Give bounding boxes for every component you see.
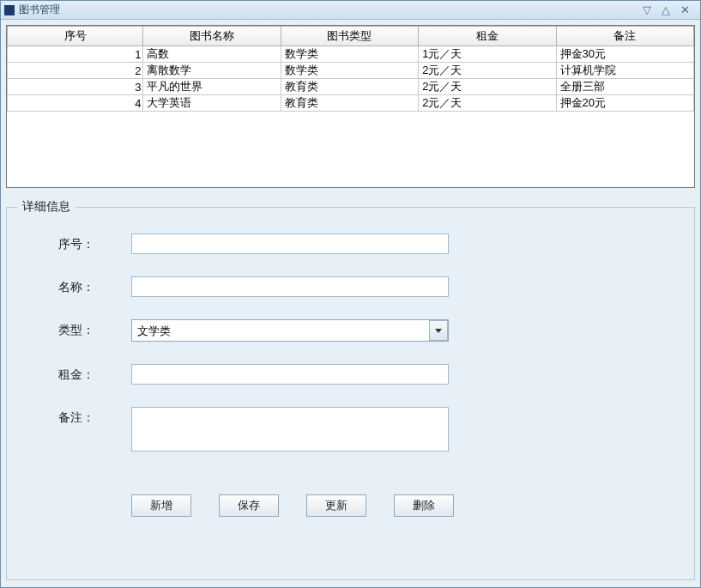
th-name[interactable]: 图书名称 xyxy=(143,27,281,46)
table-cell: 2 xyxy=(8,63,143,79)
label-type: 类型： xyxy=(58,319,131,338)
table-cell: 平凡的世界 xyxy=(143,79,281,95)
row-type: 类型： 文学类 xyxy=(58,319,668,342)
table-row[interactable]: 1高数数学类1元／天押金30元 xyxy=(8,46,694,63)
table-cell: 计算机学院 xyxy=(556,63,693,79)
update-button[interactable]: 更新 xyxy=(306,494,366,517)
add-button[interactable]: 新增 xyxy=(131,494,191,517)
select-type[interactable]: 文学类 xyxy=(131,319,449,342)
table-row[interactable]: 4大学英语教育类2元／天押金20元 xyxy=(8,95,694,112)
th-rent[interactable]: 租金 xyxy=(419,27,556,46)
close-icon[interactable]: ✕ xyxy=(680,4,690,15)
table-cell: 1元／天 xyxy=(419,46,556,63)
table-cell: 1 xyxy=(8,46,143,63)
th-id[interactable]: 序号 xyxy=(8,27,143,46)
table-cell: 教育类 xyxy=(281,79,418,95)
table-cell: 数学类 xyxy=(281,46,418,63)
table-cell: 大学英语 xyxy=(143,95,281,112)
button-row: 新增 保存 更新 删除 xyxy=(131,494,668,517)
table-cell: 教育类 xyxy=(281,95,418,112)
app-icon xyxy=(4,5,15,15)
table-header-row: 序号 图书名称 图书类型 租金 备注 xyxy=(8,27,694,46)
titlebar-controls: ▽ △ ✕ xyxy=(643,4,697,15)
input-name[interactable] xyxy=(131,276,449,297)
input-rent[interactable] xyxy=(131,364,449,385)
table-container: 序号 图书名称 图书类型 租金 备注 1高数数学类1元／天押金30元2离散数学数… xyxy=(6,25,695,188)
table-cell: 2元／天 xyxy=(419,79,556,95)
label-name: 名称： xyxy=(58,276,131,295)
table-row[interactable]: 2离散数学数学类2元／天计算机学院 xyxy=(8,63,694,79)
minimize-icon[interactable]: ▽ xyxy=(643,4,651,15)
save-button[interactable]: 保存 xyxy=(219,494,279,517)
row-rent: 租金： xyxy=(58,364,668,385)
table-cell: 押金30元 xyxy=(556,46,693,63)
input-note[interactable] xyxy=(131,407,449,452)
table-cell: 2元／天 xyxy=(419,63,556,79)
label-id: 序号： xyxy=(58,233,131,252)
titlebar: 图书管理 ▽ △ ✕ xyxy=(1,1,700,20)
table-cell: 4 xyxy=(8,95,143,112)
table-cell: 全册三部 xyxy=(556,79,693,95)
window-title: 图书管理 xyxy=(19,3,60,17)
table-cell: 押金20元 xyxy=(556,95,693,112)
details-panel: 详细信息 序号： 名称： 类型： 文学类 xyxy=(6,207,695,580)
table-cell: 2元／天 xyxy=(419,95,556,112)
table-cell: 数学类 xyxy=(281,63,418,79)
input-id[interactable] xyxy=(131,233,449,254)
row-id: 序号： xyxy=(58,233,668,254)
table-row[interactable]: 3平凡的世界教育类2元／天全册三部 xyxy=(8,79,694,95)
delete-button[interactable]: 删除 xyxy=(394,494,454,517)
content-area: 序号 图书名称 图书类型 租金 备注 1高数数学类1元／天押金30元2离散数学数… xyxy=(1,20,700,587)
maximize-icon[interactable]: △ xyxy=(662,4,670,15)
details-legend: 详细信息 xyxy=(17,199,76,215)
table-cell: 3 xyxy=(8,79,143,95)
select-type-wrap: 文学类 xyxy=(131,319,449,342)
titlebar-left: 图书管理 xyxy=(4,3,60,17)
label-note: 备注： xyxy=(58,407,131,426)
window-frame: 图书管理 ▽ △ ✕ 序号 图书名称 图书类型 租金 备注 1高数数学类1元／天 xyxy=(0,0,701,588)
th-type[interactable]: 图书类型 xyxy=(281,27,418,46)
table-cell: 高数 xyxy=(143,46,281,63)
row-name: 名称： xyxy=(58,276,668,297)
row-note: 备注： xyxy=(58,407,668,452)
books-table: 序号 图书名称 图书类型 租金 备注 1高数数学类1元／天押金30元2离散数学数… xyxy=(7,26,694,112)
th-note[interactable]: 备注 xyxy=(556,27,693,46)
label-rent: 租金： xyxy=(58,364,131,383)
table-cell: 离散数学 xyxy=(143,63,281,79)
